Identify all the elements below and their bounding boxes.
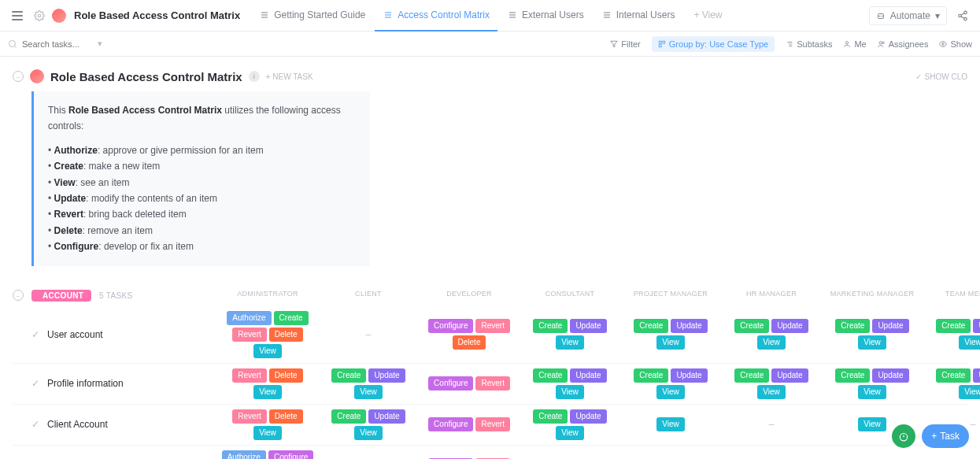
tag-view[interactable]: View	[656, 335, 685, 350]
quick-action-button[interactable]	[892, 424, 915, 448]
column-header[interactable]: TEAM MEMBER	[923, 290, 980, 306]
permission-cell[interactable]: CreateUpdateView	[318, 367, 419, 401]
permission-cell[interactable]: ConfigureRevertDelete	[419, 317, 520, 351]
tag-view[interactable]: View	[354, 426, 383, 440]
tag-update[interactable]: Update	[973, 368, 980, 383]
tag-revert[interactable]: Revert	[475, 376, 509, 391]
tag-revert[interactable]: Revert	[475, 417, 509, 431]
tag-create[interactable]: Create	[533, 319, 568, 333]
permission-cell[interactable]: CreateUpdateView	[520, 367, 620, 401]
task-row[interactable]: ✓User rolesAuthorizeConfigureUpdateDelet…	[13, 446, 967, 459]
tag-delete[interactable]: Delete	[269, 328, 303, 342]
tag-view[interactable]: View	[656, 417, 685, 431]
tag-revert[interactable]: Revert	[232, 409, 266, 424]
tag-view[interactable]: View	[354, 385, 383, 399]
tab-internal-users[interactable]: Internal Users	[594, 0, 683, 31]
permission-cell[interactable]: CreateUpdateView	[721, 317, 822, 351]
tag-configure[interactable]: Configure	[428, 319, 473, 333]
tag-create[interactable]: Create	[634, 368, 668, 383]
me-button[interactable]: Me	[843, 39, 866, 49]
tag-update[interactable]: Update	[671, 368, 707, 383]
tab-access-control-matrix[interactable]: Access Control Matrix	[375, 0, 497, 31]
tag-delete[interactable]: Delete	[453, 335, 486, 350]
tag-view[interactable]: View	[556, 335, 584, 350]
automate-button[interactable]: Automate ▾	[869, 6, 947, 25]
tag-view[interactable]: View	[757, 335, 786, 350]
assignees-button[interactable]: Assignees	[878, 39, 929, 49]
add-view-button[interactable]: + View	[686, 0, 730, 31]
search-input[interactable]	[22, 39, 93, 49]
column-header[interactable]: MARKETING MANAGER	[822, 290, 923, 306]
permission-cell[interactable]: CreateUpdateView	[923, 317, 980, 351]
permission-cell[interactable]: RevertDeleteView	[217, 408, 318, 442]
tag-view[interactable]: View	[556, 385, 584, 399]
tag-update[interactable]: Update	[368, 409, 405, 424]
checkmark-icon[interactable]: ✓	[31, 419, 39, 430]
tag-view[interactable]: View	[858, 335, 886, 350]
checkmark-icon[interactable]: ✓	[31, 329, 39, 340]
column-header[interactable]: HR MANAGER	[721, 290, 822, 306]
tag-create[interactable]: Create	[835, 368, 870, 383]
permission-cell[interactable]: ConfigureRevert	[419, 416, 520, 433]
tag-view[interactable]: View	[858, 417, 886, 431]
checkmark-icon[interactable]: ✓	[31, 378, 39, 389]
tag-configure[interactable]: Configure	[268, 450, 313, 459]
tag-revert[interactable]: Revert	[475, 319, 509, 333]
new-task-fab[interactable]: + Task	[922, 424, 969, 448]
group-collapse[interactable]: –	[13, 290, 24, 301]
tag-update[interactable]: Update	[973, 319, 980, 333]
tag-create[interactable]: Create	[936, 319, 971, 333]
permission-cell[interactable]: AuthorizeCreateRevertDeleteView	[217, 309, 318, 360]
subtasks-button[interactable]: Subtasks	[786, 39, 832, 49]
column-header[interactable]: ADMINISTRATOR	[217, 290, 318, 306]
tag-view[interactable]: View	[253, 385, 282, 399]
tag-update[interactable]: Update	[368, 368, 405, 383]
info-icon[interactable]: i	[249, 71, 260, 82]
tag-create[interactable]: Create	[533, 409, 568, 424]
permission-cell[interactable]: CreateUpdateView	[318, 408, 419, 442]
tag-delete[interactable]: Delete	[269, 409, 303, 424]
column-header[interactable]: CONSULTANT	[520, 290, 620, 306]
tag-revert[interactable]: Revert	[232, 368, 266, 383]
search-box[interactable]: ▾	[8, 39, 110, 49]
permission-cell[interactable]: ConfigureRevert	[419, 375, 520, 392]
tag-create[interactable]: Create	[331, 409, 366, 424]
show-closed-toggle[interactable]: ✓ SHOW CLO	[915, 72, 967, 81]
tag-delete[interactable]: Delete	[269, 368, 303, 383]
tag-update[interactable]: Update	[671, 319, 707, 333]
column-header[interactable]: DEVELOPER	[419, 290, 520, 306]
permission-cell[interactable]: CreateUpdateView	[520, 317, 620, 351]
tag-view[interactable]: View	[556, 426, 584, 440]
tag-configure[interactable]: Configure	[428, 417, 473, 431]
task-row[interactable]: ✓Client AccountRevertDeleteViewCreateUpd…	[13, 405, 967, 446]
new-task-button[interactable]: + NEW TASK	[266, 72, 313, 81]
tag-create[interactable]: Create	[936, 368, 971, 383]
permission-cell[interactable]: CreateUpdateView	[520, 408, 620, 442]
permission-cell[interactable]: AuthorizeConfigureUpdateDelete	[217, 449, 318, 459]
collapse-toggle[interactable]: –	[13, 71, 24, 82]
permission-cell[interactable]: CreateUpdateView	[822, 367, 923, 401]
permission-cell[interactable]: –	[721, 417, 822, 431]
menu-icon[interactable]	[8, 6, 27, 25]
column-header[interactable]: CLIENT	[318, 290, 419, 306]
permission-cell[interactable]: CreateUpdateView	[721, 367, 822, 401]
show-button[interactable]: Show	[939, 39, 972, 49]
tag-view[interactable]: View	[253, 426, 282, 440]
tag-view[interactable]: View	[858, 385, 886, 399]
tag-update[interactable]: Update	[872, 319, 908, 333]
tag-configure[interactable]: Configure	[428, 376, 473, 391]
permission-cell[interactable]: RevertDeleteView	[217, 367, 318, 401]
tag-authorize[interactable]: Authorize	[227, 311, 271, 325]
tab-external-users[interactable]: External Users	[499, 0, 592, 31]
task-row[interactable]: ✓Profile informationRevertDeleteViewCrea…	[13, 364, 967, 405]
tag-create[interactable]: Create	[331, 368, 366, 383]
permission-cell[interactable]: CreateUpdateView	[923, 367, 980, 401]
avatar[interactable]	[52, 9, 66, 23]
group-by-button[interactable]: Group by: Use Case Type	[652, 36, 775, 52]
task-row[interactable]: ✓User accountAuthorizeCreateRevertDelete…	[13, 306, 967, 364]
tag-create[interactable]: Create	[734, 319, 769, 333]
tag-view[interactable]: View	[656, 385, 685, 399]
column-header[interactable]: PROJECT MANAGER	[620, 290, 721, 306]
tag-view[interactable]: View	[757, 385, 786, 399]
tag-create[interactable]: Create	[274, 311, 309, 325]
